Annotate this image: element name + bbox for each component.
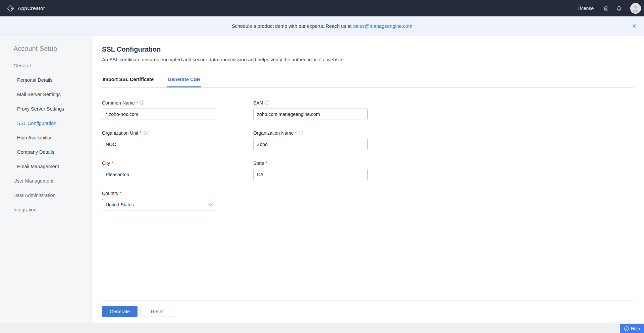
user-avatar[interactable] [630, 3, 641, 14]
info-icon[interactable]: i [144, 131, 148, 135]
country-label: Country [102, 191, 118, 196]
sidebar-title: Account Setup [0, 45, 92, 53]
organization-unit-input[interactable] [102, 139, 216, 150]
san-input[interactable] [253, 109, 368, 120]
page-description: An SSL certificate ensures encrypted and… [102, 56, 634, 63]
sidebar-item-email-management[interactable]: Email Management [0, 159, 92, 174]
field-country: Country* United States [102, 190, 216, 210]
field-label: Organization Unit*i [102, 130, 216, 136]
country-select[interactable]: United States [102, 199, 216, 210]
sidebar-section-general[interactable]: General [0, 58, 92, 73]
sidebar-section-data-administration[interactable]: Data Administration [0, 188, 92, 202]
page-title: SSL Configuration [102, 45, 634, 53]
info-icon[interactable]: i [140, 101, 144, 105]
field-organization-unit: Organization Unit*i [102, 130, 216, 150]
app-logo[interactable]: AppCreator [7, 4, 45, 12]
common-name-label: Common Name [102, 100, 135, 106]
state-label: State [253, 160, 264, 166]
field-label: City* [102, 160, 216, 166]
state-input[interactable] [253, 169, 368, 180]
sidebar-item-high-availability[interactable]: High Availability [0, 130, 92, 145]
organization-name-label: Organization Name [253, 130, 294, 136]
tab-bar: Import SSL Certificate Generate CSR [102, 71, 634, 88]
field-label: Common Name*i [102, 100, 216, 106]
close-icon[interactable]: ✕ [632, 23, 637, 29]
sidebar-item-company-details[interactable]: Company Details [0, 145, 92, 159]
field-state: State* [253, 160, 368, 180]
field-label: SANi [253, 100, 368, 106]
required-marker: * [120, 191, 121, 196]
sidebar-section-user-management[interactable]: User Management [0, 174, 92, 188]
organization-unit-label: Organization Unit [102, 130, 138, 136]
help-label: Help [631, 326, 640, 331]
bottom-strip: ? Help [0, 323, 644, 333]
chevron-down-icon [208, 203, 213, 206]
field-san: SANi [253, 100, 368, 120]
csr-form: Common Name*i SANi Organization Unit*i O… [102, 100, 634, 210]
required-marker: * [136, 100, 138, 106]
main-panel: SSL Configuration An SSL certificate ens… [92, 36, 644, 323]
required-marker: * [111, 160, 113, 166]
field-common-name: Common Name*i [102, 100, 216, 120]
sidebar-item-proxy-server-settings[interactable]: Proxy Server Settings [0, 102, 92, 116]
info-icon[interactable]: i [299, 131, 303, 135]
tab-generate-csr[interactable]: Generate CSR [167, 71, 201, 87]
organization-name-input[interactable] [253, 139, 368, 150]
question-icon: ? [624, 326, 629, 331]
app-title: AppCreator [18, 5, 45, 11]
required-marker: * [266, 160, 267, 166]
banner-text: Schedule a product demo with our experts… [232, 23, 352, 29]
notifications-bell-icon[interactable] [616, 5, 622, 12]
field-label: Organization Name*i [253, 130, 368, 136]
field-organization-name: Organization Name*i [253, 130, 368, 150]
common-name-input[interactable] [102, 109, 216, 120]
banner-message: Schedule a product demo with our experts… [232, 23, 412, 29]
sidebar-nav: General Personal Details Mail Server Set… [0, 58, 92, 217]
required-marker: * [140, 130, 141, 136]
country-selected-value: United States [106, 202, 134, 207]
info-icon[interactable]: i [265, 101, 269, 105]
home-icon[interactable] [603, 5, 609, 11]
field-label: State* [253, 160, 368, 166]
required-marker: * [295, 130, 297, 136]
city-label: City [102, 160, 110, 166]
field-label: Country* [102, 190, 216, 196]
sidebar-item-personal-details[interactable]: Personal Details [0, 73, 92, 87]
field-city: City* [102, 160, 216, 180]
reset-button[interactable]: Reset [141, 306, 174, 317]
content-area: Account Setup General Personal Details M… [0, 36, 644, 323]
city-input[interactable] [102, 169, 216, 180]
form-actions: Generate Reset [102, 300, 634, 323]
sales-email-link[interactable]: sales@manageengine.com [353, 23, 412, 29]
san-label: SAN [253, 100, 263, 106]
topbar: AppCreator License [0, 0, 644, 16]
generate-button[interactable]: Generate [102, 306, 138, 317]
license-link[interactable]: License [578, 6, 594, 11]
appcreator-logo-icon [7, 4, 14, 12]
sidebar: Account Setup General Personal Details M… [0, 36, 92, 323]
help-button[interactable]: ? Help [620, 324, 644, 333]
demo-banner: Schedule a product demo with our experts… [0, 16, 644, 36]
sidebar-section-integration[interactable]: Integration [0, 202, 92, 217]
sidebar-item-mail-server-settings[interactable]: Mail Server Settings [0, 87, 92, 102]
sidebar-item-ssl-configuration[interactable]: SSL Configuration [0, 116, 92, 130]
topbar-actions: License [578, 3, 641, 14]
tab-import-ssl-certificate[interactable]: Import SSL Certificate [102, 71, 154, 87]
